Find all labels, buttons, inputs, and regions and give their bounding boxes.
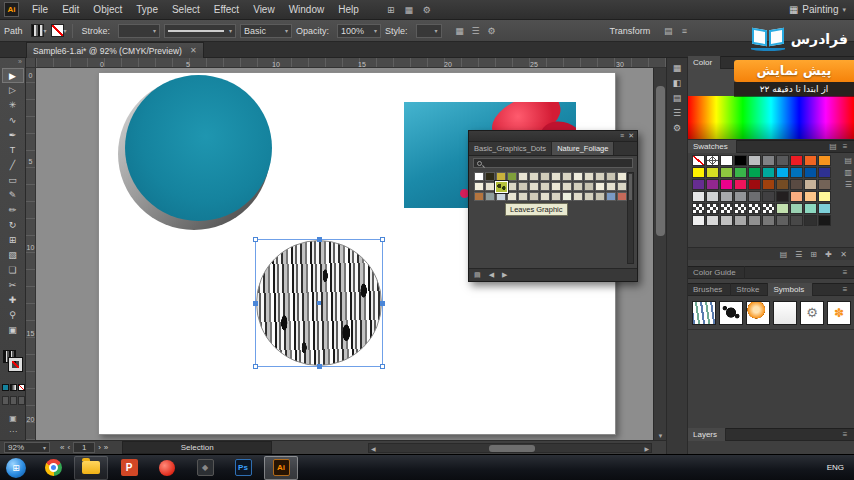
swatches-footer-icon[interactable]: ✕: [837, 248, 850, 260]
gradient-button[interactable]: [10, 384, 17, 391]
tool-icon[interactable]: ▶: [2, 68, 24, 83]
swatch[interactable]: [692, 215, 705, 226]
ruler-origin[interactable]: [26, 58, 36, 68]
opacity-dropdown[interactable]: 100%▾: [337, 24, 381, 38]
menu-item[interactable]: Select: [165, 0, 207, 20]
library-swatch[interactable]: [529, 192, 539, 201]
view-toggle-icon[interactable]: ▥: [844, 167, 852, 179]
swatch[interactable]: [804, 179, 817, 190]
swatch[interactable]: [706, 167, 719, 178]
swatch[interactable]: [790, 155, 803, 166]
swatch[interactable]: [818, 155, 831, 166]
menubar-tool-icon[interactable]: ⊞: [382, 5, 400, 15]
tool-icon[interactable]: ✎: [2, 188, 24, 203]
swatch[interactable]: [748, 203, 761, 214]
menu-item[interactable]: Effect: [207, 0, 246, 20]
swatch[interactable]: [734, 191, 747, 202]
library-swatch[interactable]: [562, 172, 572, 181]
swatch[interactable]: [734, 179, 747, 190]
symbol-flower[interactable]: ✽: [827, 301, 851, 325]
anchor-point[interactable]: [254, 301, 258, 305]
tool-icon[interactable]: ✚: [2, 293, 24, 308]
view-toggle-icon[interactable]: ▤: [844, 155, 852, 167]
swatch[interactable]: [776, 191, 789, 202]
panel-menu-icon[interactable]: ≡: [839, 430, 854, 439]
tool-icon[interactable]: ✂: [2, 278, 24, 293]
swatch[interactable]: [818, 191, 831, 202]
swatch[interactable]: [762, 167, 775, 178]
scrollbar-thumb[interactable]: [629, 174, 632, 200]
library-swatch[interactable]: [496, 192, 506, 201]
search-input[interactable]: [473, 158, 633, 168]
swatch[interactable]: [790, 179, 803, 190]
swatch[interactable]: [818, 179, 831, 190]
swatch[interactable]: [720, 179, 733, 190]
horizontal-scrollbar[interactable]: ◀ ▶: [368, 443, 652, 453]
library-swatch[interactable]: [529, 182, 539, 191]
style-dropdown[interactable]: ▾: [416, 24, 442, 38]
library-swatch[interactable]: [584, 192, 594, 201]
swatch[interactable]: [818, 167, 831, 178]
document-tab[interactable]: Sample6-1.ai* @ 92% (CMYK/Preview) ✕: [26, 42, 204, 58]
teal-ellipse[interactable]: [125, 75, 272, 221]
fill-stroke-proxy[interactable]: [0, 350, 26, 380]
swatch[interactable]: [762, 155, 775, 166]
library-swatch[interactable]: [573, 182, 583, 191]
fill-dropdown-icon[interactable]: ▾: [44, 27, 47, 34]
controlbar-tool-icon[interactable]: ▤: [660, 26, 676, 36]
symbol-grass[interactable]: [692, 301, 716, 325]
stroke-dropdown-icon[interactable]: ▾: [64, 27, 67, 34]
library-swatch[interactable]: [518, 182, 528, 191]
scroll-down-icon[interactable]: ▼: [654, 433, 666, 439]
library-swatch[interactable]: [485, 192, 495, 201]
swatch[interactable]: [776, 167, 789, 178]
symbol-orange-orb[interactable]: [746, 301, 770, 325]
library-swatch[interactable]: [584, 172, 594, 181]
close-icon[interactable]: ✕: [628, 131, 634, 141]
scrollbar-thumb[interactable]: [656, 86, 665, 236]
swatch[interactable]: [706, 215, 719, 226]
swatch[interactable]: [790, 191, 803, 202]
swatch[interactable]: [692, 179, 705, 190]
tool-icon[interactable]: ▣: [2, 323, 24, 338]
library-swatch[interactable]: [595, 182, 605, 191]
variable-width-dropdown[interactable]: ▾: [164, 24, 236, 38]
brush-definition-dropdown[interactable]: Basic▾: [240, 24, 292, 38]
library-swatch[interactable]: [551, 172, 561, 181]
taskbar-illustrator-button[interactable]: Ai: [264, 456, 298, 480]
workspace-switcher[interactable]: ▦ Painting ▾: [789, 4, 846, 15]
tool-icon[interactable]: ✏: [2, 203, 24, 218]
view-toggle-icon[interactable]: ☰: [844, 179, 852, 191]
selection-handle[interactable]: [380, 364, 385, 369]
library-footer-icon[interactable]: ◀: [489, 271, 494, 279]
swatch[interactable]: [720, 203, 733, 214]
library-swatch[interactable]: [617, 182, 627, 191]
swatch[interactable]: [734, 215, 747, 226]
draw-normal-button[interactable]: [2, 396, 9, 405]
library-swatch[interactable]: [540, 192, 550, 201]
swatch[interactable]: [762, 203, 775, 214]
library-swatch[interactable]: [507, 182, 517, 191]
library-swatch[interactable]: [606, 172, 616, 181]
library-swatch[interactable]: [562, 182, 572, 191]
swatch[interactable]: [692, 203, 705, 214]
tool-icon[interactable]: ▭: [2, 173, 24, 188]
selection-handle[interactable]: [253, 364, 258, 369]
tab-layers[interactable]: Layers: [688, 428, 726, 441]
anchor-point[interactable]: [380, 301, 384, 305]
scroll-right-icon[interactable]: ▶: [644, 445, 649, 452]
tab-symbols[interactable]: Symbols: [768, 283, 813, 296]
controlbar-tool-icon[interactable]: ⚙: [484, 26, 500, 36]
close-icon[interactable]: ✕: [190, 46, 197, 55]
artboard-number-field[interactable]: 1: [73, 442, 95, 453]
swatch[interactable]: [720, 191, 733, 202]
swatch[interactable]: [776, 179, 789, 190]
tool-icon[interactable]: ⚲: [2, 308, 24, 323]
tab-swatches[interactable]: Swatches: [688, 140, 737, 153]
swatch[interactable]: [748, 167, 761, 178]
swatch[interactable]: [720, 167, 733, 178]
swatch[interactable]: [762, 191, 775, 202]
collapse-chevrons-icon[interactable]: »: [0, 58, 25, 68]
fill-swatch[interactable]: [31, 24, 44, 37]
tool-icon[interactable]: ✒: [2, 128, 24, 143]
